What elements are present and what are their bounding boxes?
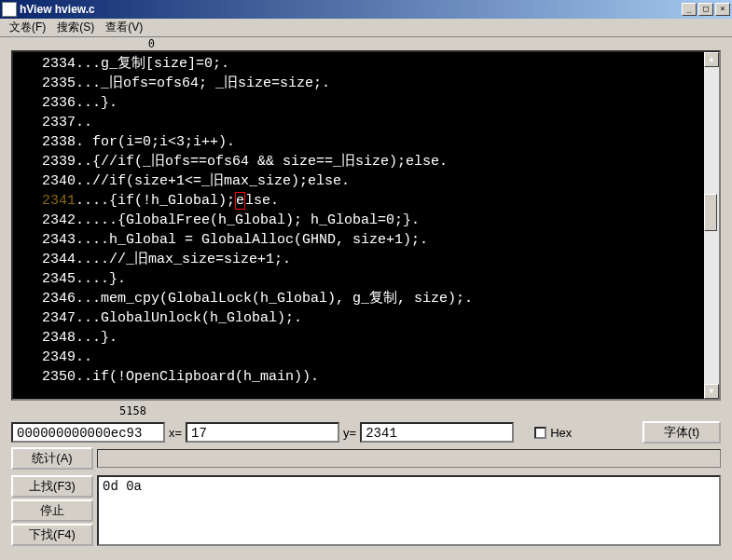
code-line[interactable]: 2337.. — [17, 113, 700, 132]
line-number: 2349 — [17, 349, 76, 365]
scroll-thumb[interactable] — [704, 194, 717, 231]
search-textarea[interactable]: 0d 0a — [97, 475, 721, 546]
ruler-top: 0 — [0, 37, 732, 50]
line-number: 2350 — [17, 369, 76, 385]
menu-bar: 文卷(F) 搜索(S) 查看(V) — [0, 19, 732, 37]
menu-search[interactable]: 搜索(S) — [51, 18, 100, 37]
code-line[interactable]: 2335..._旧ofs=ofs64; _旧size=size;. — [17, 74, 700, 93]
line-number: 2344 — [17, 252, 76, 267]
line-number: 2334 — [17, 56, 76, 72]
code-line[interactable]: 2334...g_复制[size]=0;. — [17, 54, 700, 74]
code-line[interactable]: 2336...}. — [17, 93, 700, 113]
line-number: 2348 — [17, 330, 76, 346]
ruler-value-bottom: 5158 — [119, 404, 146, 417]
text-cursor: e — [235, 192, 245, 210]
stop-button[interactable]: 停止 — [11, 499, 93, 522]
y-field[interactable]: 2341 — [360, 422, 514, 443]
code-line[interactable]: 2341....{if(!h_Global);else. — [17, 191, 700, 211]
minimize-button[interactable]: _ — [682, 3, 697, 16]
line-number: 2345 — [17, 271, 76, 287]
offset-field[interactable]: 000000000000ec93 — [11, 422, 165, 443]
maximize-button[interactable]: □ — [698, 3, 713, 16]
code-line[interactable]: 2346...mem_cpy(GlobalLock(h_Global), g_复… — [17, 289, 700, 308]
line-number: 2341 — [17, 193, 76, 209]
line-number: 2336 — [17, 95, 76, 111]
stat-button[interactable]: 统计(A) — [11, 447, 93, 470]
code-line[interactable]: 2350..if(!OpenClipboard(h_main)). — [17, 367, 700, 387]
code-editor[interactable]: 2334...g_复制[size]=0;. 2335..._旧ofs=ofs64… — [11, 50, 721, 401]
title-bar: hView hview.c _ □ × — [0, 0, 732, 19]
code-line[interactable]: 2344....//_旧max_size=size+1;. — [17, 250, 700, 269]
line-number: 2346 — [17, 291, 76, 307]
vertical-scrollbar[interactable]: ▲ ▼ — [704, 52, 719, 399]
line-number: 2338 — [17, 134, 76, 150]
scroll-track[interactable] — [704, 67, 719, 384]
line-number: 2339 — [17, 154, 76, 170]
stat-output[interactable] — [97, 449, 721, 468]
code-line[interactable]: 2338. for(i=0;i<3;i++). — [17, 132, 700, 152]
hex-label: Hex — [550, 426, 572, 440]
x-field[interactable]: 17 — [186, 422, 339, 443]
code-line[interactable]: 2340..//if(size+1<=_旧max_size);else. — [17, 171, 700, 191]
app-icon — [2, 2, 17, 17]
x-label: x= — [169, 426, 182, 440]
code-line[interactable]: 2349.. — [17, 348, 700, 367]
ruler-bottom: 5158 — [0, 404, 732, 417]
line-number: 2337 — [17, 115, 76, 130]
scroll-up-arrow[interactable]: ▲ — [704, 52, 719, 67]
y-label: y= — [343, 426, 356, 440]
line-number: 2342 — [17, 212, 76, 228]
window-title: hView hview.c — [20, 3, 680, 16]
menu-file[interactable]: 文卷(F) — [4, 18, 51, 37]
font-button[interactable]: 字体(t) — [642, 421, 721, 444]
line-number: 2347 — [17, 310, 76, 326]
code-line[interactable]: 2339..{//if(_旧ofs==ofs64 && size==_旧size… — [17, 152, 700, 171]
menu-view[interactable]: 查看(V) — [100, 18, 148, 37]
find-down-button[interactable]: 下找(F4) — [11, 524, 93, 546]
line-number: 2343 — [17, 232, 76, 248]
line-number: 2340 — [17, 173, 76, 189]
hex-checkbox[interactable] — [534, 427, 546, 439]
close-button[interactable]: × — [715, 3, 730, 16]
code-line[interactable]: 2342.....{GlobalFree(h_Global); h_Global… — [17, 211, 700, 230]
line-number: 2335 — [17, 75, 76, 91]
code-line[interactable]: 2343....h_Global = GlobalAlloc(GHND, siz… — [17, 230, 700, 250]
scroll-down-arrow[interactable]: ▼ — [704, 384, 719, 399]
code-line[interactable]: 2345....}. — [17, 269, 700, 289]
code-line[interactable]: 2348...}. — [17, 328, 700, 348]
ruler-value-top: 0 — [0, 37, 159, 50]
code-line[interactable]: 2347...GlobalUnlock(h_Global);. — [17, 308, 700, 328]
find-up-button[interactable]: 上找(F3) — [11, 475, 93, 498]
